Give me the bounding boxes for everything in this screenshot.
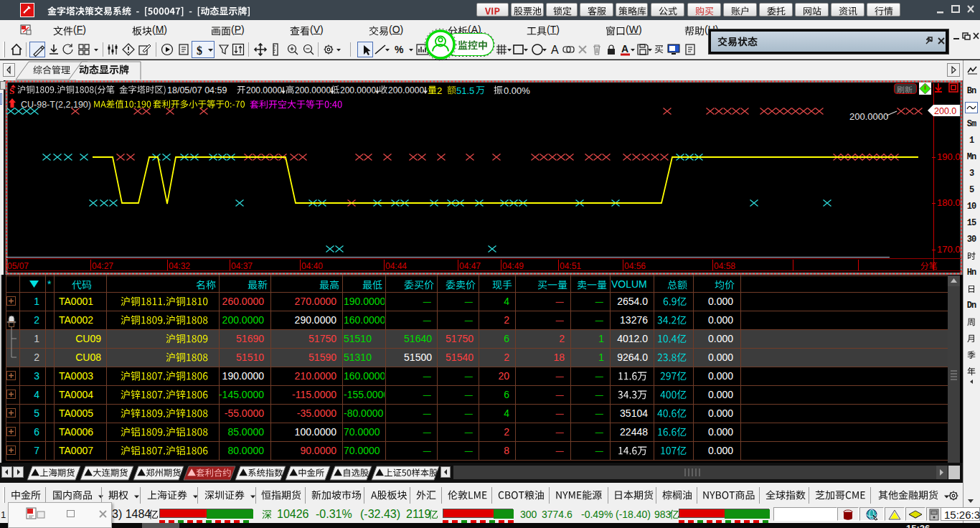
svg-text:A: A xyxy=(621,43,628,55)
svg-text:200.0: 200.0 xyxy=(934,106,956,116)
svg-text:A: A xyxy=(551,44,559,56)
svg-text:$: $ xyxy=(197,44,202,57)
svg-text:%: % xyxy=(395,44,404,55)
